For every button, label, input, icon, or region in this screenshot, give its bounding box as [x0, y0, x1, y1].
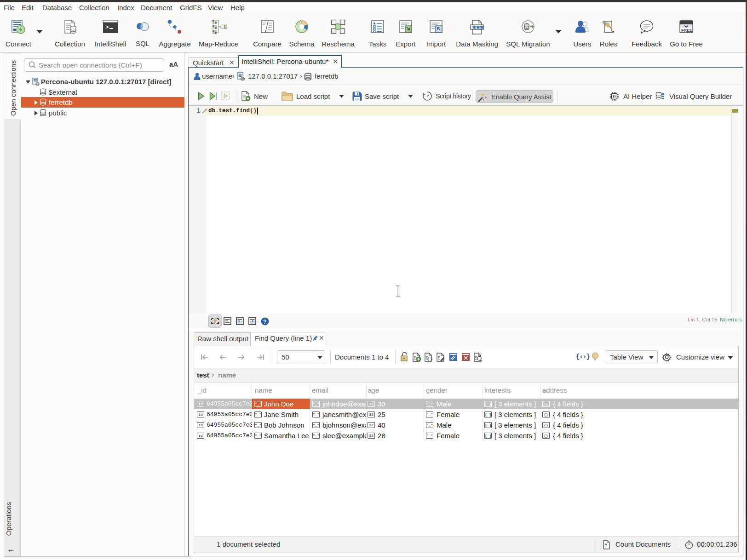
svg-text:>: > [105, 24, 109, 31]
svg-text:?: ? [263, 319, 266, 325]
svg-text:✱✱✱: ✱✱✱ [472, 25, 484, 30]
svg-text:FREE: FREE [681, 28, 692, 33]
svg-text:#: # [604, 543, 607, 548]
